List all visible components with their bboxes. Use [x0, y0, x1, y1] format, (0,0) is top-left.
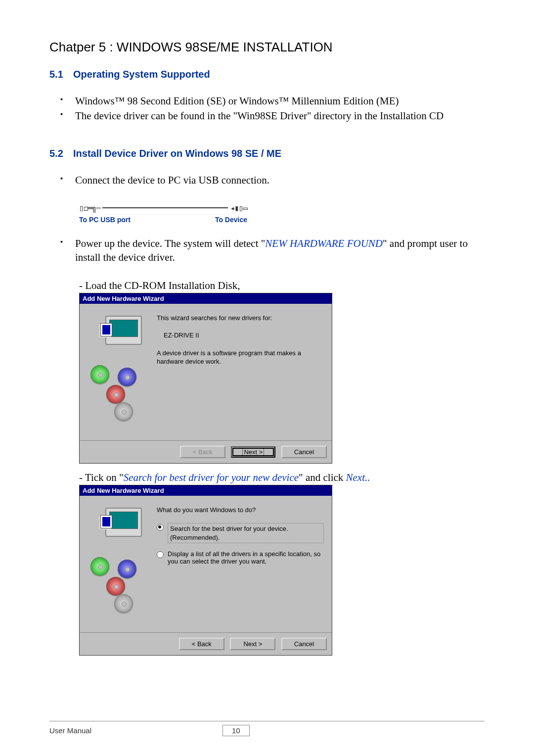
wizard-1-text: This wizard searches for new drivers for… — [155, 311, 326, 434]
usb-connector-pc-icon: ▯◻═╗╌ — [79, 203, 100, 213]
usb-connector-device-icon: ◂▮▯▭ — [230, 203, 247, 213]
wizard-1-graphic — [86, 311, 155, 434]
radio-unchecked-icon[interactable] — [157, 551, 164, 558]
hardware-wizard-dialog-1: Add New Hardware Wizard This wizard sear… — [79, 293, 332, 464]
wizard-1-footer: < Back Next > Cancel — [80, 440, 332, 463]
section-5-2-bullets-1: Connect the device to PC via USB connect… — [49, 173, 485, 187]
wizard-1-body: This wizard searches for new drivers for… — [80, 304, 332, 440]
tick-text-mid: " and click — [299, 472, 346, 483]
wizard-2-next-button[interactable]: Next > — [230, 638, 275, 650]
bullet-item: Power up the device. The system will det… — [69, 236, 485, 265]
chapter-heading: Chatper 5 : WINDOWS 98SE/ME INSTALLATION — [49, 40, 485, 55]
powerup-text-em: NEW HARDWARE FOUND — [265, 237, 383, 249]
wizard-2-titlebar: Add New Hardware Wizard — [80, 485, 332, 496]
wizard-2-option-2-label: Display a list of all the drivers in a s… — [168, 550, 324, 565]
usb-diagram-labels: To PC USB port To Device — [79, 216, 247, 224]
cd-red-icon — [106, 385, 125, 404]
bullet-item: Windows™ 98 Second Edition (SE) or Windo… — [69, 94, 485, 108]
section-5-2-title: Install Device Driver on Windows 98 SE /… — [73, 148, 281, 159]
cd-blue-icon — [118, 560, 136, 578]
tick-text-pre: - Tick on " — [79, 472, 124, 483]
usb-right-label: To Device — [215, 216, 247, 224]
chapter-main: WINDOWS 98SE/ME INSTALLATION — [117, 40, 333, 54]
wizard-2-back-button[interactable]: < Back — [179, 638, 224, 650]
document-icon — [100, 515, 112, 528]
section-5-1-title: Operating System Supported — [73, 69, 210, 80]
footer-label: User Manual — [49, 726, 222, 735]
cd-green-icon — [90, 557, 109, 576]
cd-gray-icon — [114, 594, 133, 613]
wizard-1-line1: This wizard searches for new drivers for… — [157, 314, 324, 323]
wizard-1-device: EZ-DRIVE II — [164, 331, 324, 340]
powerup-text-pre: Power up the device. The system will det… — [75, 237, 265, 249]
wizard-1-titlebar: Add New Hardware Wizard — [80, 293, 332, 304]
section-5-2-bullets-2: Power up the device. The system will det… — [49, 236, 485, 265]
footer-page-number: 10 — [222, 725, 250, 736]
cd-red-icon — [106, 577, 125, 596]
cd-blue-icon — [118, 368, 136, 386]
wizard-1-cancel-button[interactable]: Cancel — [281, 446, 327, 458]
page-footer: User Manual 10 — [49, 725, 485, 736]
load-cd-instruction: - Load the CD-ROM Installation Disk, — [79, 280, 485, 292]
wizard-2-text: What do you want Windows to do? Search f… — [155, 503, 326, 626]
document-icon — [100, 323, 112, 336]
wizard-1-back-button[interactable]: < Back — [180, 446, 225, 458]
wizard-2-cancel-button[interactable]: Cancel — [281, 638, 327, 650]
section-5-2-heading: 5.2 Install Device Driver on Windows 98 … — [49, 148, 485, 159]
usb-diagram-graphic: ▯◻═╗╌ ◂▮▯▭ — [79, 202, 247, 214]
tick-search-instruction: - Tick on "Search for best driver for yo… — [79, 472, 485, 484]
wizard-2-body: What do you want Windows to do? Search f… — [80, 496, 332, 632]
wizard-2-option-1-label: Search for the best driver for your devi… — [168, 523, 324, 543]
wizard-2-option-2[interactable]: Display a list of all the drivers in a s… — [157, 550, 324, 565]
wizard-2-option-1[interactable]: Search for the best driver for your devi… — [157, 523, 324, 543]
bullet-item: The device driver can be found in the "W… — [69, 109, 485, 123]
section-5-1-number: 5.1 — [49, 69, 73, 80]
section-5-2-number: 5.2 — [49, 148, 73, 159]
radio-checked-icon[interactable] — [157, 524, 164, 531]
wizard-2-graphic — [86, 503, 155, 626]
bullet-item: Connect the device to PC via USB connect… — [69, 173, 485, 187]
section-5-1-bullets: Windows™ 98 Second Edition (SE) or Windo… — [49, 94, 485, 123]
cd-green-icon — [90, 365, 109, 384]
chapter-prefix: Chatper 5 : — [49, 40, 117, 54]
usb-cable-diagram: ▯◻═╗╌ ◂▮▯▭ To PC USB port To Device — [79, 202, 247, 227]
hardware-wizard-dialog-2: Add New Hardware Wizard What do you want… — [79, 485, 332, 656]
section-5-1-heading: 5.1 Operating System Supported — [49, 69, 485, 80]
wizard-2-prompt: What do you want Windows to do? — [157, 506, 324, 515]
usb-left-label: To PC USB port — [79, 216, 131, 224]
footer-divider — [49, 721, 485, 721]
cd-gray-icon — [114, 402, 133, 421]
usb-cable-line — [102, 207, 228, 208]
document-page: Chatper 5 : WINDOWS 98SE/ME INSTALLATION… — [0, 0, 534, 756]
tick-text-em: Search for best driver for your new devi… — [124, 472, 299, 483]
wizard-1-next-label: Next > — [243, 448, 264, 456]
wizard-1-line2: A device driver is a software program th… — [157, 349, 324, 366]
wizard-2-footer: < Back Next > Cancel — [80, 632, 332, 655]
wizard-1-next-button[interactable]: Next > — [231, 446, 275, 458]
tick-text-next: Next.. — [346, 472, 370, 483]
